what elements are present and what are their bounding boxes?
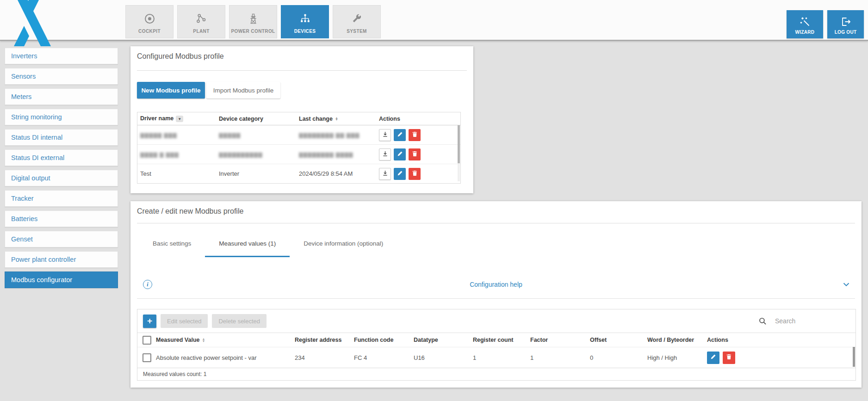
nav-tab-devices[interactable]: DEVICES (281, 5, 329, 38)
cell-driver-name: ▇▇▇▇ ▇ ▇▇▇ (137, 151, 216, 158)
sidebar-item-string-monitoring[interactable]: String monitoring (5, 109, 118, 125)
devices-hierarchy-icon (299, 6, 311, 29)
edit-profile-button[interactable] (394, 129, 406, 141)
col-factor: Factor (530, 337, 590, 343)
sidebar-item-status-di-internal[interactable]: Status DI internal (5, 129, 118, 146)
table-scrollbar[interactable] (853, 347, 855, 367)
log-out-button[interactable]: LOG OUT (827, 10, 864, 38)
download-icon (382, 170, 388, 178)
chevron-down-icon[interactable] (841, 279, 851, 290)
cell-text: ▇▇▇▇▇▇▇▇ ▇▇▇▇ (299, 152, 353, 157)
nav-tab-cockpit[interactable]: COCKPIT (125, 5, 174, 38)
sidebar-item-genset[interactable]: Genset (5, 231, 118, 247)
nav-tab-system[interactable]: SYSTEM (333, 5, 381, 38)
sidebar-item-label: Tracker (11, 195, 34, 202)
import-modbus-profile-button[interactable]: Import Modbus profile (206, 82, 280, 99)
sidebar-item-label: Genset (11, 235, 33, 243)
trash-icon (412, 151, 418, 158)
cell-device-category: Inverter (216, 170, 296, 177)
edit-profile-button[interactable] (394, 148, 406, 160)
cell-device-category: ▇▇▇▇▇ (216, 131, 296, 138)
plant-network-icon (195, 6, 207, 29)
cell-actions (376, 129, 460, 141)
edit-measured-value-button[interactable] (707, 352, 719, 364)
tab-measured-values-1[interactable]: Measured values (1) (205, 230, 290, 257)
measured-values-header: Measured Value▲▼ Register address Functi… (137, 333, 856, 347)
measured-value-row: Absolute reactive power setpoint - var23… (137, 347, 856, 368)
cell-actions (376, 168, 460, 180)
cell-function-code: FC 4 (354, 354, 414, 361)
sidebar-item-label: Status DI internal (11, 134, 62, 141)
edit-selected-button[interactable]: Edit selected (161, 314, 208, 328)
trash-icon (726, 354, 732, 361)
select-all-checkbox[interactable] (143, 336, 151, 345)
sidebar-item-label: Meters (11, 93, 31, 100)
top-button-label: LOG OUT (835, 30, 857, 35)
wizard-button[interactable]: WIZARD (787, 10, 823, 38)
pencil-icon (397, 170, 403, 178)
delete-profile-button[interactable] (409, 148, 421, 160)
configured-modbus-profile-card: Configured Modbus profile New Modbus pro… (130, 46, 473, 193)
edit-profile-button[interactable] (394, 168, 406, 180)
sidebar-item-power-plant-controller[interactable]: Power plant controller (5, 251, 118, 268)
sidebar-item-inverters[interactable]: Inverters (5, 48, 118, 64)
delete-profile-button[interactable] (409, 168, 421, 180)
nav-tab-label: SYSTEM (347, 29, 367, 34)
tab-basic-settings[interactable]: Basic settings (139, 230, 205, 257)
col-function-code: Function code (354, 337, 414, 343)
add-measured-value-button[interactable]: + (143, 315, 156, 328)
cockpit-gauge-icon (143, 6, 156, 29)
col-device-category[interactable]: Device category (219, 116, 263, 122)
download-icon (382, 151, 388, 158)
col-measured-value[interactable]: Measured Value (156, 337, 200, 343)
download-profile-button[interactable] (379, 168, 391, 180)
nav-tab-plant[interactable]: PLANT (177, 5, 225, 38)
divider (137, 223, 855, 223)
sort-desc-icon[interactable]: ▼ (176, 116, 183, 122)
download-profile-button[interactable] (379, 129, 391, 141)
delete-profile-button[interactable] (409, 129, 421, 141)
sidebar-item-label: Digital output (11, 174, 50, 182)
delete-selected-button[interactable]: Delete selected (212, 314, 267, 328)
nav-tab-label: COCKPIT (138, 29, 161, 34)
cell-device-category: ▇▇▇▇▇▇▇▇▇▇ (216, 151, 296, 158)
profile-table-row: ▇▇▇▇ ▇ ▇▇▇▇▇▇▇▇▇▇▇▇▇▇▇▇▇▇▇▇▇ ▇▇▇▇ (137, 145, 460, 164)
col-driver-name[interactable]: Driver name (140, 115, 174, 122)
sidebar: InvertersSensorsMetersString monitoringS… (5, 48, 118, 292)
row-checkbox[interactable] (143, 353, 151, 362)
card-title: Create / edit new Modbus profile (137, 207, 243, 216)
tab-device-information-optional[interactable]: Device information (optional) (290, 230, 397, 257)
power-tower-icon (247, 6, 260, 29)
delete-measured-value-button[interactable] (723, 352, 735, 364)
search-input[interactable] (774, 317, 845, 325)
sidebar-item-meters[interactable]: Meters (5, 88, 118, 105)
sidebar-item-modbus-configurator[interactable]: Modbus configurator (5, 271, 118, 288)
cell-text: ▇▇▇▇ ▇ ▇▇▇ (140, 152, 179, 157)
cell-text: ▇▇▇▇▇ ▇▇▇ (140, 132, 177, 138)
sidebar-item-tracker[interactable]: Tracker (5, 190, 118, 207)
trash-icon (412, 131, 418, 139)
configuration-help-link[interactable]: Configuration help (137, 281, 855, 288)
nav-tab-label: PLANT (193, 29, 209, 34)
download-profile-button[interactable] (379, 148, 391, 160)
sort-icon[interactable]: ▲▼ (202, 338, 205, 342)
nav-tab-power-control[interactable]: POWER CONTROL (229, 5, 277, 38)
cell-last-change: ▇▇▇▇▇▇▇▇ ▇▇▇▇ (296, 151, 376, 158)
sidebar-item-digital-output[interactable]: Digital output (5, 170, 118, 186)
download-icon (382, 131, 388, 139)
sidebar-item-label: Power plant controller (11, 256, 76, 263)
editor-tabs: Basic settingsMeasured values (1)Device … (139, 230, 397, 257)
sidebar-item-batteries[interactable]: Batteries (5, 210, 118, 227)
nav-tab-label: POWER CONTROL (231, 29, 275, 34)
cell-driver-name: ▇▇▇▇▇ ▇▇▇ (137, 131, 216, 138)
sort-icon[interactable]: ▲▼ (335, 117, 338, 121)
sidebar-item-label: String monitoring (11, 113, 62, 121)
new-modbus-profile-button[interactable]: New Modbus profile (137, 82, 205, 99)
cell-actions (707, 352, 856, 364)
table-scrollbar[interactable] (458, 125, 460, 181)
sidebar-item-sensors[interactable]: Sensors (5, 68, 118, 85)
col-last-change[interactable]: Last change (299, 116, 333, 122)
cell-text: ▇▇▇▇▇▇▇▇▇▇ (219, 152, 263, 157)
top-button-label: WIZARD (795, 30, 815, 35)
sidebar-item-status-di-external[interactable]: Status DI external (5, 149, 118, 166)
